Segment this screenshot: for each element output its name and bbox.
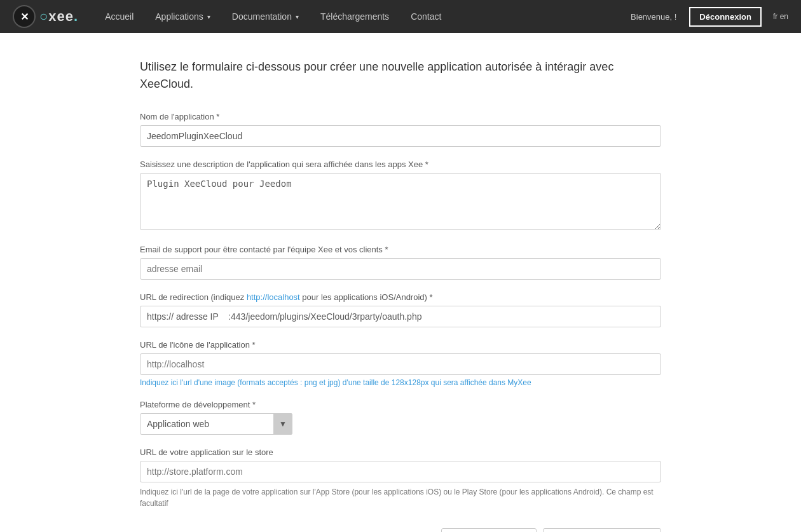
redirect-url-label: URL de redirection (indiquez http://loca… xyxy=(140,292,661,302)
description-input[interactable]: Plugin XeeCloud pour Jeedom xyxy=(140,173,661,230)
navbar: ✕ ○xee. Accueil Applications ▾ Documenta… xyxy=(0,0,801,33)
nav-contact[interactable]: Contact xyxy=(403,6,449,27)
logo-text: ○xee. xyxy=(39,8,78,25)
nav-telechargements[interactable]: Téléchargements xyxy=(313,6,397,27)
chevron-down-icon: ▾ xyxy=(296,13,299,20)
logo[interactable]: ✕ ○xee. xyxy=(13,5,78,28)
email-input[interactable] xyxy=(140,258,661,280)
store-url-group: URL de votre application sur le store In… xyxy=(140,447,661,509)
email-label: Email de support pour être contacté par … xyxy=(140,245,661,254)
deconnexion-button[interactable]: Déconnexion xyxy=(689,7,762,27)
app-name-label: Nom de l'application * xyxy=(140,112,661,121)
description-label: Saisissez une description de l'applicati… xyxy=(140,160,661,169)
redirect-url-group: URL de redirection (indiquez http://loca… xyxy=(140,292,661,327)
icon-url-hint: Indiquez ici l'url d'une image (formats … xyxy=(140,378,661,387)
platform-select-wrapper: Application web iOS Android ▼ xyxy=(140,413,292,435)
app-name-group: Nom de l'application * xyxy=(140,112,661,147)
description-group: Saisissez une description de l'applicati… xyxy=(140,160,661,232)
redirect-url-input[interactable] xyxy=(140,306,661,327)
create-button[interactable]: Créer mon application xyxy=(543,528,661,532)
back-button[interactable]: Revenir en arrière xyxy=(441,528,537,532)
icon-url-group: URL de l'icône de l'application * Indiqu… xyxy=(140,340,661,387)
chevron-down-icon: ▾ xyxy=(207,13,210,20)
store-url-label: URL de votre application sur le store xyxy=(140,447,661,457)
page-intro: Utilisez le formulaire ci-dessous pour c… xyxy=(140,58,661,93)
icon-url-label: URL de l'icône de l'application * xyxy=(140,340,661,350)
icon-url-input[interactable] xyxy=(140,353,661,375)
store-url-hint: Indiquez ici l'url de la page de votre a… xyxy=(140,486,661,509)
welcome-text: Bienvenue, ! xyxy=(631,12,676,22)
nav-applications[interactable]: Applications ▾ xyxy=(147,6,218,27)
form-buttons: Revenir en arrière Créer mon application xyxy=(140,528,661,532)
email-group: Email de support pour être contacté par … xyxy=(140,245,661,280)
platform-select[interactable]: Application web iOS Android xyxy=(140,413,292,435)
platform-group: Plateforme de développement * Applicatio… xyxy=(140,400,661,435)
main-content: Utilisez le formulaire ci-dessous pour c… xyxy=(127,58,674,532)
store-url-input[interactable] xyxy=(140,461,661,482)
nav-accueil[interactable]: Accueil xyxy=(97,6,141,27)
nav-documentation[interactable]: Documentation ▾ xyxy=(224,6,306,27)
platform-label: Plateforme de développement * xyxy=(140,400,661,409)
logo-icon: ✕ xyxy=(13,5,36,28)
lang-selector[interactable]: fr en xyxy=(773,12,788,21)
app-name-input[interactable] xyxy=(140,125,661,147)
